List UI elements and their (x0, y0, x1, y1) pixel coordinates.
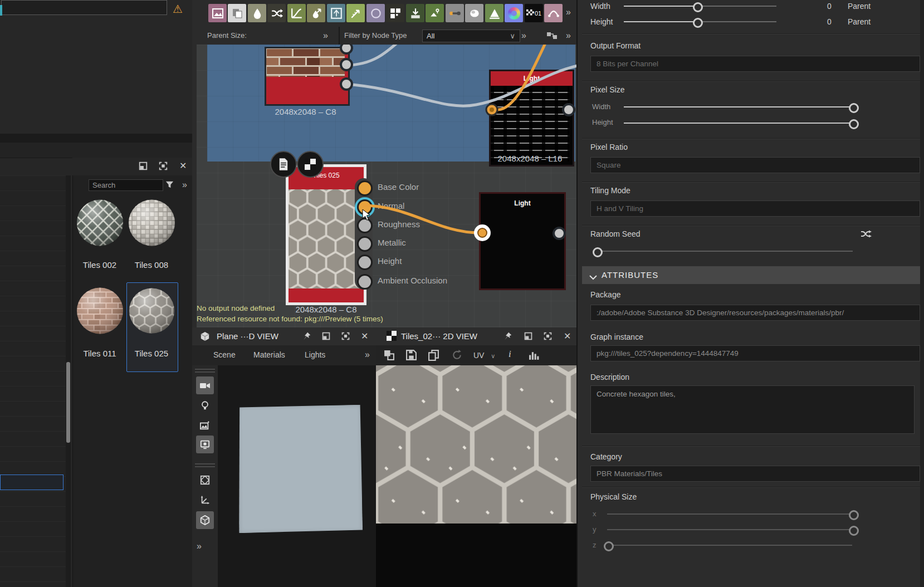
physical-y-slider-handle[interactable] (849, 526, 859, 536)
bitmap-node-icon[interactable] (208, 4, 227, 22)
viewport-2d-texture[interactable] (376, 365, 576, 524)
left-list-column[interactable] (0, 175, 66, 587)
view-2d-header[interactable]: Tiles_02··· 2D VIEW ✕ (376, 327, 576, 346)
display-settings-icon[interactable] (196, 436, 214, 453)
selected-list-item[interactable] (0, 475, 63, 490)
scene-primitive-icon[interactable] (196, 511, 214, 529)
pin-base-color[interactable] (357, 180, 373, 196)
physical-z-slider[interactable] (607, 545, 852, 546)
toolbar-more-chevron-icon[interactable]: » (197, 541, 202, 551)
uv-mode-select[interactable]: UV ∨ (473, 351, 495, 360)
viewport-3d[interactable] (218, 365, 376, 587)
width-slider-handle[interactable] (693, 2, 703, 12)
pin-metallic[interactable] (357, 236, 373, 252)
physical-z-slider-handle[interactable] (604, 541, 614, 551)
environment-tool-icon[interactable] (196, 417, 214, 434)
histogram-icon[interactable] (528, 349, 540, 363)
pin-normal[interactable] (357, 199, 373, 215)
undock-icon[interactable] (138, 161, 148, 171)
pixel-width-slider-handle[interactable] (849, 103, 859, 113)
camera-tool-icon[interactable] (196, 376, 214, 394)
random-seed-slider-handle[interactable] (593, 247, 603, 257)
view-3d-header[interactable]: Plane ···D VIEW ✕ (192, 327, 376, 346)
graph-type-badge-icon[interactable] (270, 151, 297, 178)
material-thumbnail-tiles-002[interactable] (76, 198, 124, 248)
physical-x-slider-handle[interactable] (849, 510, 859, 520)
library-scrollbar-thumb[interactable] (66, 362, 70, 443)
gradient-node-icon[interactable] (406, 4, 424, 22)
node-type-filter-select[interactable]: All ∨ (422, 30, 520, 42)
close-icon[interactable]: ✕ (179, 161, 187, 171)
light-tool-icon[interactable] (196, 397, 214, 414)
graph-instance-field[interactable]: pkg:///tiles_025?dependency=1444847749 (590, 345, 920, 361)
safe-transform-node-icon[interactable] (327, 4, 345, 22)
tab-scene[interactable]: Scene (213, 350, 236, 359)
brick-material-node[interactable] (265, 47, 350, 106)
light-node-top[interactable]: Light (489, 70, 574, 167)
directional-warp-node-icon[interactable] (346, 4, 365, 22)
maximize-icon[interactable] (341, 331, 351, 341)
tab-lights[interactable]: Lights (305, 350, 325, 359)
pin-height[interactable] (357, 255, 373, 270)
shape-mapper-node-icon[interactable] (465, 4, 483, 22)
properties-scrollbar[interactable] (920, 0, 924, 587)
splatter-node-icon[interactable] (426, 4, 444, 22)
curve-node-icon[interactable] (287, 4, 306, 22)
bar-overflow-chevron-icon[interactable]: » (566, 31, 571, 41)
copy-icon[interactable] (428, 349, 439, 363)
maximize-icon[interactable] (158, 161, 168, 171)
hsl-node-icon[interactable] (505, 4, 523, 22)
linked-nodes-icon[interactable] (546, 31, 558, 42)
material-thumbnail-tiles-025[interactable] (128, 286, 177, 336)
pixel-height-slider-handle[interactable] (849, 119, 859, 129)
category-field[interactable]: PBR Materials/Tiles (590, 466, 920, 482)
shuffle-node-icon[interactable] (267, 4, 286, 22)
undock-icon[interactable] (524, 331, 534, 341)
library-overflow-chevron-icon[interactable]: » (182, 180, 187, 190)
pin-roughness[interactable] (357, 218, 373, 233)
search-input[interactable] (89, 179, 163, 191)
filter-icon[interactable] (165, 180, 174, 192)
attributes-section-header[interactable]: ATTRIBUTES (582, 266, 924, 284)
blur-node-icon[interactable] (248, 4, 266, 22)
undock-icon[interactable] (321, 331, 331, 341)
transformation-node-icon[interactable] (228, 4, 246, 22)
random-seed-slider[interactable] (597, 251, 853, 252)
node-graph-canvas[interactable]: 2048x2048 – C8 Light 2048x2048 – L16 Til… (192, 45, 576, 327)
tile-sampler-node-icon[interactable] (386, 4, 404, 22)
width-parent-toggle[interactable]: Parent (848, 2, 871, 11)
toolbar-overflow-chevron-icon[interactable]: » (566, 7, 571, 17)
height-blend-node-icon[interactable] (485, 4, 503, 22)
light-node-bottom[interactable]: Light (479, 192, 566, 290)
pin-icon[interactable] (302, 331, 311, 343)
pixel-ratio-field[interactable]: Square (590, 157, 920, 173)
pixel-height-slider[interactable] (624, 123, 852, 124)
transform-axis-icon[interactable] (196, 491, 214, 509)
tab-materials[interactable]: Materials (253, 350, 285, 359)
close-icon[interactable]: ✕ (564, 331, 571, 341)
material-thumbnail-tiles-008[interactable] (128, 198, 176, 248)
bitmap-resource-badge-icon[interactable] (297, 151, 324, 178)
save-icon[interactable] (405, 349, 417, 363)
geometry-tool-icon[interactable] (196, 471, 214, 489)
pin-icon[interactable] (503, 331, 512, 343)
slope-blur-node-icon[interactable] (307, 4, 325, 22)
bezier-curves-node-icon[interactable] (544, 4, 563, 22)
tiling-mode-field[interactable]: H and V Tiling (590, 200, 920, 217)
tabs-overflow-chevron-icon[interactable]: » (365, 350, 370, 360)
physical-y-slider[interactable] (607, 529, 852, 530)
package-field[interactable]: :/adobe/Adobe Substance 3D Designer/reso… (590, 305, 920, 321)
shape-node-icon[interactable] (366, 4, 385, 22)
filter-overflow-chevron-icon[interactable]: » (521, 31, 526, 41)
pixel-width-slider[interactable] (624, 106, 852, 107)
info-icon[interactable]: i (509, 349, 511, 360)
blend-node-icon[interactable] (446, 4, 464, 22)
text-field-empty[interactable] (1, 0, 167, 15)
material-thumbnail-tiles-011[interactable] (76, 286, 124, 336)
pin-ambient-occlusion[interactable] (357, 274, 373, 290)
physical-x-slider[interactable] (607, 513, 852, 515)
output-format-field[interactable]: 8 Bits per Channel (590, 56, 920, 72)
description-textarea[interactable]: Concrete hexagon tiles, (590, 385, 915, 434)
random-seed-shuffle-icon[interactable] (861, 228, 872, 241)
grayscale-conversion-node-icon[interactable]: 01 (525, 4, 543, 22)
